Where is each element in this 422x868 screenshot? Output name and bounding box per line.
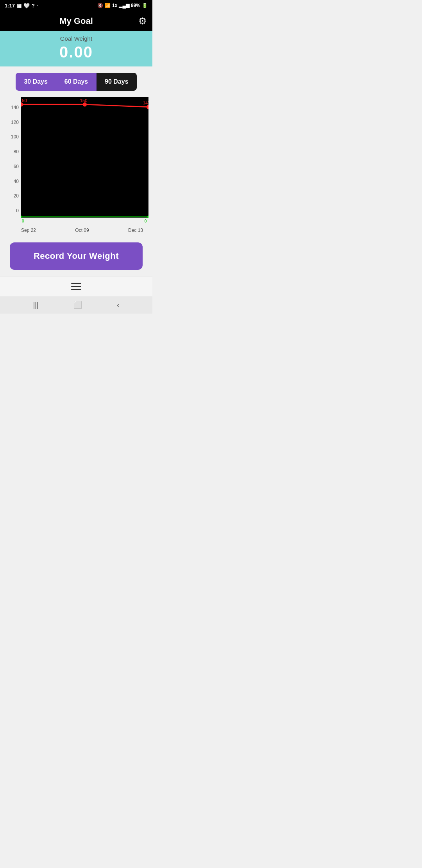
status-bar: 1:17 ▦ 🤍 ? · 🔇 📶 1x ▂▄▆ 99% 🔋	[0, 0, 152, 11]
svg-text:150: 150	[21, 98, 27, 103]
chart-svg: 0 0 150 150 147	[21, 97, 148, 226]
page-title: My Goal	[59, 16, 93, 26]
y-label-120: 120	[11, 120, 19, 125]
goal-value: 0.00	[0, 43, 152, 61]
speed-icon: 1x	[112, 3, 117, 8]
x-axis: Sep 22 Oct 09 Dec 13	[21, 226, 143, 233]
hamburger-menu-button[interactable]	[68, 281, 84, 292]
90-days-button[interactable]: 90 Days	[97, 73, 137, 91]
status-right: 🔇 📶 1x ▂▄▆ 99% 🔋	[97, 3, 148, 8]
y-label-20: 20	[14, 193, 19, 199]
y-label-140: 140	[11, 105, 19, 110]
android-nav-bar: ||| ⬜ ‹	[0, 296, 152, 314]
question-icon: ?	[32, 3, 35, 9]
goal-label: Goal Weight	[0, 35, 152, 42]
chart-svg-area: 0 0 150 150 147	[21, 97, 148, 226]
day-selector: 30 Days 60 Days 90 Days	[16, 73, 137, 91]
y-label-40: 40	[14, 179, 19, 184]
y-label-0: 0	[16, 208, 19, 213]
y-label-60: 60	[14, 164, 19, 169]
settings-button[interactable]: ⚙	[138, 16, 147, 27]
svg-text:0: 0	[145, 219, 147, 223]
status-left: 1:17 ▦ 🤍 ? ·	[5, 3, 38, 9]
heart-icon: 🤍	[23, 3, 30, 9]
battery-icon: 🔋	[142, 3, 148, 8]
60-days-button[interactable]: 60 Days	[56, 73, 96, 91]
back-button[interactable]: ‹	[117, 301, 119, 309]
svg-text:0: 0	[22, 219, 24, 223]
svg-text:147: 147	[143, 100, 148, 105]
recent-apps-button[interactable]: |||	[33, 301, 39, 309]
hamburger-line-3	[71, 289, 81, 290]
svg-point-7	[83, 102, 87, 107]
svg-text:150: 150	[80, 98, 88, 103]
chart-inner: 0 0 150 150 147 Sep 22 Oct 09 Dec 13	[21, 97, 148, 233]
sim-icon: ▦	[17, 3, 21, 9]
wifi-icon: 📶	[105, 3, 111, 8]
battery-display: 99%	[131, 3, 140, 8]
goal-banner: Goal Weight 0.00	[0, 31, 152, 66]
y-label-80: 80	[14, 149, 19, 154]
record-weight-button[interactable]: Record Your Weight	[10, 242, 143, 270]
hamburger-line-2	[71, 286, 81, 287]
hamburger-line-1	[71, 283, 81, 284]
app-header: My Goal ⚙	[0, 11, 152, 31]
30-days-button[interactable]: 30 Days	[16, 73, 56, 91]
dot-icon: ·	[37, 3, 38, 9]
signal-icon: ▂▄▆	[119, 3, 129, 8]
mute-icon: 🔇	[97, 3, 103, 8]
x-label-dec13: Dec 13	[128, 228, 143, 233]
x-label-oct09: Oct 09	[75, 228, 89, 233]
y-label-100: 100	[11, 134, 19, 140]
y-axis: 0 20 40 60 80 100 120 140	[4, 105, 21, 213]
home-button[interactable]: ⬜	[73, 301, 82, 309]
x-label-sep22: Sep 22	[21, 228, 36, 233]
time-display: 1:17	[5, 3, 15, 9]
bottom-nav	[0, 276, 152, 296]
svg-rect-0	[21, 97, 148, 218]
weight-chart: 0 20 40 60 80 100 120 140 0 0	[4, 97, 148, 233]
